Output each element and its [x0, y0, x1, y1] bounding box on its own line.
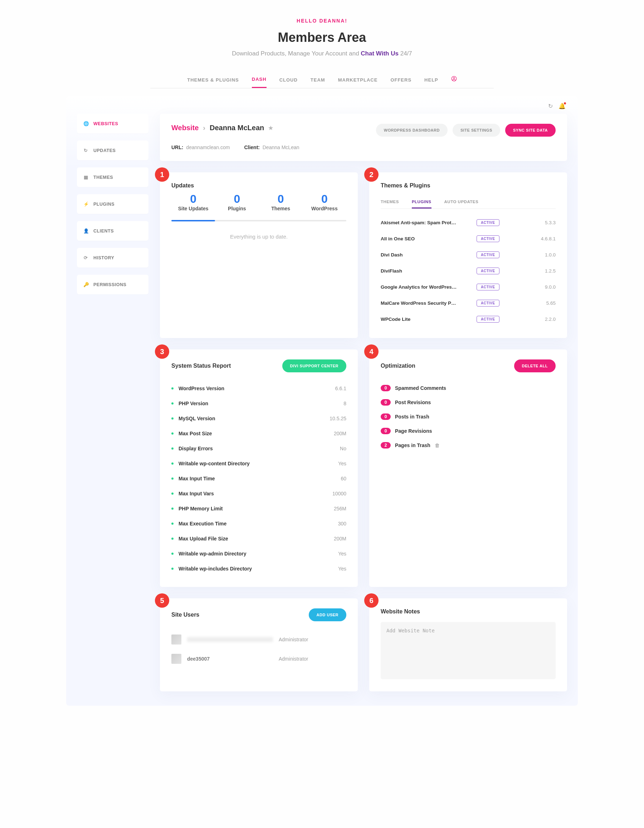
user-row[interactable]: Administrator [171, 630, 346, 649]
sidebar-item-history[interactable]: ⟳HISTORY [77, 248, 148, 268]
status-value: 6.6.1 [335, 386, 346, 391]
plugin-row[interactable]: Google Analytics for WordPres…ACTIVE9.0.… [381, 279, 556, 295]
tab-auto-updates[interactable]: AUTO UPDATES [445, 196, 479, 209]
plugin-version: 4.6.8.1 [506, 236, 556, 242]
status-badge: ACTIVE [477, 251, 499, 258]
add-user-button[interactable]: ADD USER [309, 608, 346, 621]
wordpress-dashboard-button[interactable]: WORDPRESS DASHBOARD [376, 124, 448, 136]
sidebar-item-label: WEBSITES [93, 121, 118, 126]
optimization-row: 0Post Revisions [381, 395, 556, 409]
system-status-title: System Status Report [171, 363, 231, 369]
status-row: Max Upload File Size200M [171, 531, 346, 546]
status-badge: ACTIVE [477, 316, 499, 323]
divi-support-center-button[interactable]: DIVI SUPPORT CENTER [282, 359, 346, 372]
tab-plugins[interactable]: PLUGINS [412, 196, 432, 209]
key-icon: 🔑 [83, 282, 88, 287]
notifications-icon[interactable]: 🔔 [559, 103, 565, 110]
topnav-item-cloud[interactable]: CLOUD [280, 72, 298, 88]
optimization-label: Pages in Trash [395, 442, 430, 448]
star-icon[interactable]: ★ [269, 125, 273, 131]
plugin-row[interactable]: WPCode LiteACTIVE2.2.0 [381, 311, 556, 327]
plugin-row[interactable]: Akismet Anti-spam: Spam Prot…ACTIVE5.3.3 [381, 215, 556, 231]
svg-point-1 [453, 77, 455, 79]
user-name: dee35007 [187, 656, 273, 662]
sidebar-item-label: PERMISSIONS [93, 282, 126, 287]
user-icon: 👤 [83, 228, 88, 234]
status-value: 8 [344, 401, 346, 406]
sidebar-item-clients[interactable]: 👤CLIENTS [77, 221, 148, 241]
topnav-item-marketplace[interactable]: MARKETPLACE [338, 72, 378, 88]
updates-col-plugins[interactable]: 0Plugins [215, 193, 259, 212]
tab-themes[interactable]: THEMES [381, 196, 399, 209]
updates-col-site-updates[interactable]: 0Site Updates [171, 193, 215, 212]
sidebar-item-themes[interactable]: ▦THEMES [77, 168, 148, 187]
site-url[interactable]: deannamclean.com [186, 144, 230, 150]
status-label: Writable wp-admin Directory [179, 551, 338, 557]
status-value: 300 [338, 521, 346, 527]
status-label: Max Post Size [179, 431, 334, 436]
topnav-item-team[interactable]: TEAM [311, 72, 325, 88]
sidebar-item-label: UPDATES [93, 148, 116, 153]
sidebar-item-permissions[interactable]: 🔑PERMISSIONS [77, 275, 148, 294]
callout-4: 4 [364, 345, 379, 359]
topnav-item-offers[interactable]: OFFERS [390, 72, 412, 88]
status-value: Yes [338, 461, 346, 466]
plugin-row[interactable]: MalCare WordPress Security P…ACTIVE5.65 [381, 295, 556, 311]
trash-icon[interactable]: 🗑 [435, 442, 440, 448]
top-nav: THEMES & PLUGINSDASHCLOUDTEAMMARKETPLACE… [150, 72, 494, 88]
site-header-card: Website › Deanna McLean ★ WORDPRESS DASH… [160, 114, 567, 161]
optimization-label: Page Revisions [395, 428, 432, 434]
updates-count: 0 [259, 193, 303, 205]
plugin-version: 5.65 [506, 300, 556, 306]
plugin-row[interactable]: All in One SEOACTIVE4.6.8.1 [381, 231, 556, 247]
status-row: Max Input Time60 [171, 471, 346, 486]
status-row: Writable wp-includes DirectoryYes [171, 561, 346, 576]
status-row: PHP Version8 [171, 396, 346, 411]
chat-link[interactable]: Chat With Us [361, 50, 399, 57]
sync-site-data-button[interactable]: SYNC SITE DATA [505, 124, 556, 136]
plugin-row[interactable]: Divi DashACTIVE1.0.0 [381, 247, 556, 263]
sidebar-item-plugins[interactable]: ⚡PLUGINS [77, 194, 148, 214]
avatar [171, 654, 181, 664]
site-users-title: Site Users [171, 612, 199, 618]
updates-col-wordpress[interactable]: 0WordPress [303, 193, 346, 212]
user-row[interactable]: dee35007Administrator [171, 649, 346, 668]
sidebar-item-updates[interactable]: ↻UPDATES [77, 141, 148, 160]
user-role: Administrator [279, 637, 308, 642]
topnav-item-help[interactable]: HELP [424, 72, 438, 88]
status-label: Max Execution Time [179, 521, 338, 527]
status-badge: ACTIVE [477, 219, 499, 226]
status-row: Display ErrorsNo [171, 441, 346, 456]
updates-col-themes[interactable]: 0Themes [259, 193, 303, 212]
themes-plugins-title: Themes & Plugins [381, 182, 556, 189]
optimization-count: 0 [381, 428, 391, 434]
plugin-name: Google Analytics for WordPres… [381, 284, 470, 290]
updates-title: Updates [171, 182, 346, 189]
plugin-name: Divi Dash [381, 252, 470, 257]
plug-icon: ⚡ [83, 201, 88, 207]
plugin-version: 1.2.5 [506, 268, 556, 274]
topnav-item-themes-plugins[interactable]: THEMES & PLUGINS [187, 72, 239, 88]
plugin-row[interactable]: DiviFlashACTIVE1.2.5 [381, 263, 556, 279]
status-label: WordPress Version [179, 386, 335, 391]
plugin-version: 1.0.0 [506, 252, 556, 257]
page-subtitle: Download Products, Manage Your Account a… [0, 50, 644, 57]
status-badge: ACTIVE [477, 300, 499, 307]
optimization-row: 2Pages in Trash🗑 [381, 438, 556, 452]
sidebar-item-websites[interactable]: 🌐WEBSITES [77, 114, 148, 133]
updates-empty-text: Everything is up to date. [171, 221, 346, 261]
website-note-input[interactable] [381, 622, 556, 679]
site-settings-button[interactable]: SITE SETTINGS [452, 124, 500, 136]
refresh-icon[interactable]: ↻ [548, 103, 553, 110]
topnav-item-dash[interactable]: DASH [252, 72, 267, 88]
delete-all-button[interactable]: DELETE ALL [514, 359, 556, 372]
status-value: Yes [338, 566, 346, 572]
callout-6: 6 [364, 593, 379, 608]
chevron-right-icon: › [203, 124, 205, 132]
user-icon[interactable] [451, 76, 457, 84]
updates-count: 0 [215, 193, 259, 205]
breadcrumb-website[interactable]: Website [171, 124, 199, 132]
status-label: Writable wp-includes Directory [179, 566, 338, 572]
sidebar-item-label: PLUGINS [93, 202, 115, 207]
status-dot-icon [171, 553, 174, 555]
